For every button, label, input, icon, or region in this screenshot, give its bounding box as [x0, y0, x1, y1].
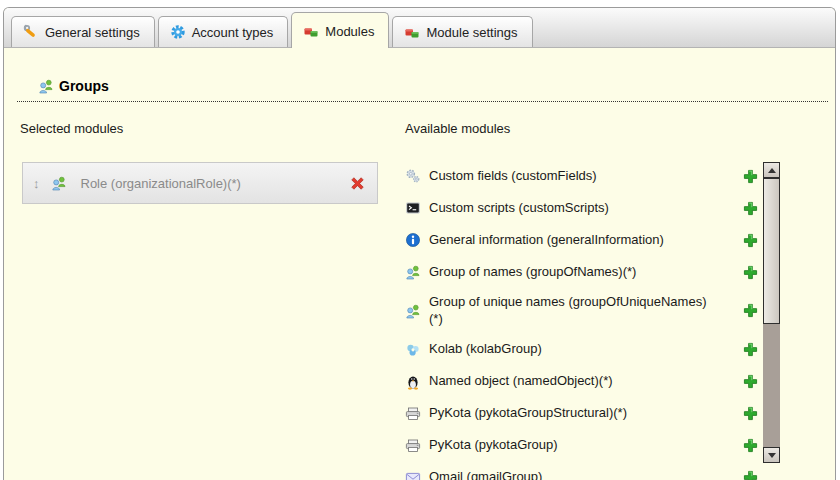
- section-title: Groups: [59, 78, 109, 94]
- module-label: General information (generalInformation): [429, 232, 664, 249]
- add-module-button[interactable]: [743, 406, 758, 421]
- penguin-icon: [405, 374, 421, 390]
- section-header-groups: Groups: [17, 78, 828, 102]
- delete-module-button[interactable]: [349, 175, 366, 192]
- available-module-row: PyKota (pykotaGroup): [405, 436, 758, 456]
- tab-label: Account types: [192, 25, 274, 40]
- module-label: Group of names (groupOfNames)(*): [429, 264, 636, 281]
- scrollbar-down-button[interactable]: [763, 447, 780, 463]
- add-module-button[interactable]: [743, 438, 758, 453]
- wrench-icon: [23, 24, 39, 40]
- available-module-row: Kolab (kolabGroup): [405, 340, 758, 360]
- selected-module-row: ↕ Role (organizationalRole)(*): [22, 162, 378, 204]
- groups-icon: [38, 78, 54, 94]
- tab-label: General settings: [45, 25, 140, 40]
- gear-icon: [170, 24, 186, 40]
- add-module-button[interactable]: [743, 342, 758, 357]
- scrollbar-thumb[interactable]: [763, 178, 780, 324]
- tab-label: Module settings: [426, 25, 517, 40]
- add-module-button[interactable]: [743, 470, 758, 480]
- available-module-row: General information (generalInformation): [405, 230, 758, 250]
- printer-icon: [405, 438, 421, 454]
- add-module-button[interactable]: [743, 201, 758, 216]
- module-label: Named object (namedObject)(*): [429, 373, 613, 390]
- available-module-row: Group of names (groupOfNames)(*): [405, 262, 758, 282]
- module-label: Custom fields (customFields): [429, 168, 597, 185]
- selected-modules-heading: Selected modules: [20, 121, 123, 136]
- module-label: Custom scripts (customScripts): [429, 200, 609, 217]
- tab-modules[interactable]: Modules: [291, 12, 389, 48]
- module-label: Role (organizationalRole)(*): [81, 176, 241, 191]
- available-module-row: Group of unique names (groupOfUniqueName…: [405, 294, 758, 328]
- drag-handle-icon[interactable]: ↕: [33, 177, 40, 190]
- printer-icon: [405, 406, 421, 422]
- modules-icon: [404, 24, 420, 40]
- module-label: Group of unique names (groupOfUniqueName…: [429, 294, 714, 328]
- kolab-icon: [405, 342, 421, 358]
- add-module-button[interactable]: [743, 374, 758, 389]
- tab-module-settings[interactable]: Module settings: [392, 16, 532, 47]
- available-module-row: Custom scripts (customScripts): [405, 198, 758, 218]
- module-label: PyKota (pykotaGroupStructural)(*): [429, 405, 627, 422]
- tab-bar: General settings Account types Modules M…: [4, 8, 835, 48]
- down-arrow-icon: [768, 453, 776, 458]
- gears-icon: [405, 168, 421, 184]
- available-modules-list: Custom fields (customFields) Custom scri…: [405, 166, 758, 480]
- available-module-row: Custom fields (customFields): [405, 166, 758, 186]
- tab-general-settings[interactable]: General settings: [11, 16, 155, 47]
- available-module-row: Qmail (qmailGroup): [405, 468, 758, 480]
- terminal-icon: [405, 200, 421, 216]
- tab-account-types[interactable]: Account types: [158, 16, 289, 47]
- module-label: Kolab (kolabGroup): [429, 341, 542, 358]
- modules-icon: [303, 23, 319, 39]
- add-module-button[interactable]: [743, 265, 758, 280]
- module-label: Qmail (qmailGroup): [429, 469, 542, 480]
- groups-icon: [405, 303, 421, 319]
- add-module-button[interactable]: [743, 169, 758, 184]
- groups-icon: [405, 264, 421, 280]
- available-module-row: PyKota (pykotaGroupStructural)(*): [405, 404, 758, 424]
- scrollbar: [763, 162, 780, 463]
- info-icon: [405, 232, 421, 248]
- available-modules-heading: Available modules: [405, 121, 510, 136]
- tab-label: Modules: [325, 24, 374, 39]
- up-arrow-icon: [768, 168, 776, 173]
- add-module-button[interactable]: [743, 303, 758, 318]
- scrollbar-up-button[interactable]: [763, 162, 780, 178]
- groups-icon: [51, 175, 67, 191]
- add-module-button[interactable]: [743, 233, 758, 248]
- available-module-row: Named object (namedObject)(*): [405, 372, 758, 392]
- envelope-icon: [405, 470, 421, 480]
- module-label: PyKota (pykotaGroup): [429, 437, 558, 454]
